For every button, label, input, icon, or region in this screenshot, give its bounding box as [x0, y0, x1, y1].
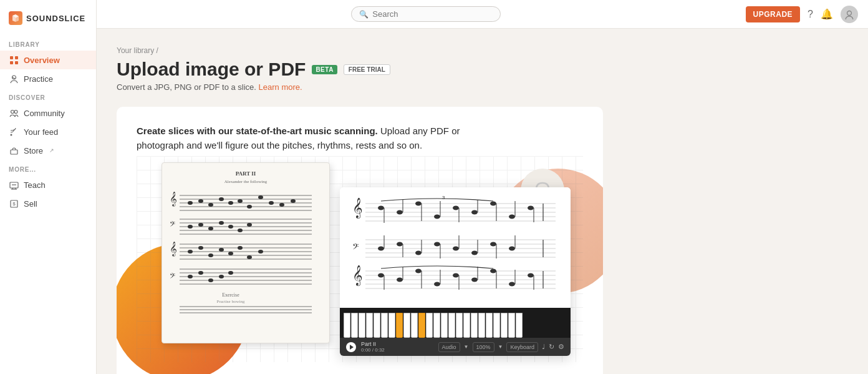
- sidebar-item-teach-label: Teach: [24, 180, 46, 190]
- svg-point-137: [397, 278, 403, 282]
- svg-text:𝄞: 𝄞: [170, 242, 177, 257]
- svg-point-58: [208, 253, 213, 257]
- sidebar-item-teach[interactable]: Teach: [0, 175, 96, 194]
- search-input[interactable]: [372, 9, 493, 19]
- svg-point-86: [378, 206, 384, 210]
- white-key: [493, 313, 500, 338]
- svg-point-95: [453, 206, 459, 210]
- svg-point-45: [208, 227, 213, 230]
- notifications-icon[interactable]: 🔔: [821, 8, 833, 20]
- topbar: 🔍 UPGRADE ? 🔔: [97, 0, 868, 29]
- svg-text:$: $: [12, 201, 16, 207]
- white-key: [471, 313, 478, 338]
- library-section-label: LIBRARY: [0, 35, 96, 51]
- svg-point-36: [291, 199, 296, 203]
- svg-point-26: [188, 201, 193, 205]
- upgrade-button[interactable]: UPGRADE: [746, 6, 801, 22]
- sidebar-item-store-label: Store: [24, 146, 43, 155]
- white-key: [403, 313, 410, 338]
- sidebar-item-overview-label: Overview: [24, 56, 60, 65]
- play-button[interactable]: [346, 342, 356, 352]
- sell-icon: $: [9, 199, 19, 209]
- sidebar-item-community-label: Community: [24, 109, 65, 118]
- svg-point-141: [434, 282, 440, 287]
- sidebar-item-overview[interactable]: Overview: [0, 51, 96, 69]
- sheet-music-photo: PART II Alexander the following 𝄞: [162, 162, 330, 343]
- overview-icon: [9, 55, 19, 65]
- white-key: [426, 313, 433, 338]
- sidebar-item-store[interactable]: Store ↗: [0, 141, 96, 160]
- help-icon[interactable]: ?: [808, 9, 813, 20]
- svg-point-151: [528, 273, 534, 278]
- svg-point-120: [453, 247, 459, 251]
- sidebar-item-your-feed[interactable]: Your feed: [0, 122, 96, 141]
- svg-text:Practise bowing: Practise bowing: [217, 299, 245, 304]
- sidebar-item-community[interactable]: Community: [0, 104, 96, 122]
- player-controls-right: Audio ▼ 100% ▼ Keyboard ♩ ↻ ⚙: [438, 342, 564, 352]
- external-link-icon: ↗: [49, 147, 54, 154]
- svg-point-7: [14, 110, 17, 113]
- sidebar: SOUNDSLICE LIBRARY Overview Practice DIS…: [0, 0, 97, 374]
- svg-point-139: [415, 269, 422, 273]
- svg-text:𝄞: 𝄞: [352, 265, 363, 287]
- svg-point-49: [247, 223, 252, 227]
- svg-point-71: [198, 271, 203, 275]
- sheet-staff-svg: 𝄞: [168, 189, 318, 314]
- svg-point-44: [198, 223, 203, 227]
- svg-point-17: [847, 11, 852, 15]
- sidebar-item-your-feed-label: Your feed: [24, 127, 58, 137]
- white-key: [486, 313, 493, 338]
- digital-score-music: 𝄞: [340, 187, 571, 308]
- sidebar-item-practice-label: Practice: [24, 74, 53, 84]
- svg-point-124: [490, 242, 496, 247]
- zoom-button[interactable]: 100%: [473, 342, 494, 352]
- svg-point-149: [509, 282, 515, 287]
- svg-point-103: [528, 206, 534, 210]
- practice-icon: [9, 74, 19, 84]
- svg-point-90: [415, 202, 422, 206]
- svg-text:𝄢: 𝄢: [170, 272, 175, 282]
- search-box[interactable]: 🔍: [351, 6, 501, 22]
- sidebar-item-sell[interactable]: $ Sell: [0, 194, 96, 213]
- white-key: [433, 313, 440, 338]
- settings-icon[interactable]: ⚙: [558, 343, 564, 351]
- svg-point-70: [188, 275, 193, 278]
- audio-button[interactable]: Audio: [438, 342, 460, 352]
- svg-point-99: [490, 202, 496, 206]
- discover-section-label: DISCOVER: [0, 88, 96, 104]
- svg-rect-0: [10, 56, 13, 59]
- loop-icon[interactable]: ↻: [549, 343, 554, 351]
- page-title-row: Upload image or PDF BETA FREE TRIAL: [117, 59, 848, 80]
- svg-point-118: [434, 242, 440, 247]
- learn-more-link[interactable]: Learn more.: [259, 82, 302, 92]
- white-key: [374, 313, 380, 338]
- svg-point-27: [198, 199, 203, 203]
- svg-point-43: [188, 225, 193, 229]
- zoom-label: ▼: [464, 344, 469, 350]
- svg-point-35: [279, 203, 284, 207]
- svg-point-114: [397, 242, 403, 247]
- white-key: [516, 313, 523, 338]
- svg-point-30: [228, 201, 233, 205]
- svg-point-101: [509, 215, 515, 219]
- metronome-icon[interactable]: ♩: [542, 343, 545, 351]
- feature-card: Create slices with our state-of-the-art …: [117, 107, 603, 374]
- svg-point-56: [188, 250, 193, 253]
- svg-point-92: [434, 215, 440, 219]
- sidebar-item-practice[interactable]: Practice: [0, 69, 96, 88]
- white-key: [366, 313, 373, 338]
- svg-point-61: [238, 246, 243, 250]
- svg-point-116: [415, 251, 422, 255]
- white-key: [359, 313, 365, 338]
- svg-point-28: [208, 203, 213, 207]
- keyboard-toggle[interactable]: Keyboard: [506, 342, 538, 352]
- user-avatar[interactable]: [841, 6, 858, 23]
- svg-point-74: [228, 271, 233, 275]
- sidebar-item-sell-label: Sell: [24, 199, 37, 209]
- svg-point-33: [258, 195, 263, 199]
- svg-text:𝄞: 𝄞: [170, 192, 177, 207]
- svg-point-147: [490, 269, 496, 273]
- page-content: Your library / Upload image or PDF BETA …: [97, 29, 868, 374]
- svg-point-57: [198, 246, 203, 250]
- logo-text: SOUNDSLICE: [26, 14, 85, 23]
